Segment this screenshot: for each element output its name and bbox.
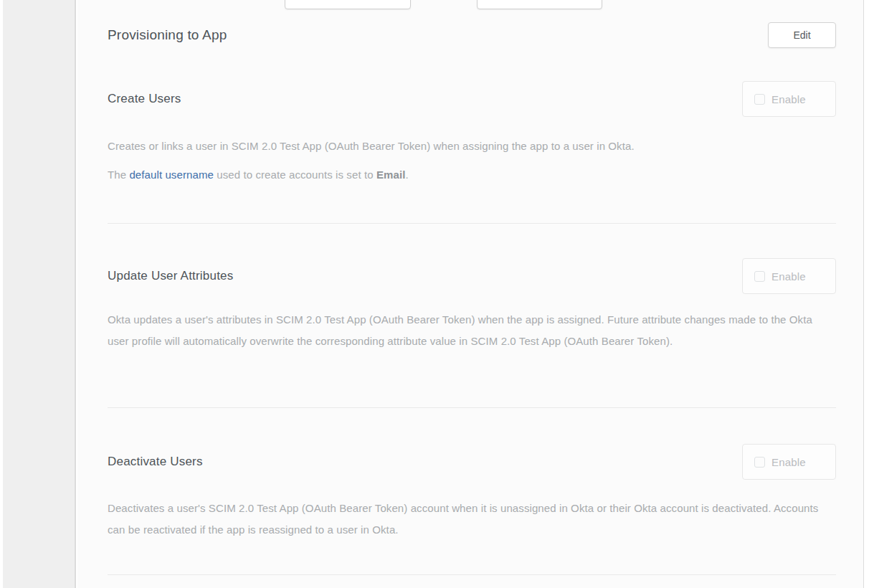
section-divider xyxy=(108,407,836,408)
create-users-description: Creates or links a user in SCIM 2.0 Test… xyxy=(108,136,836,157)
note-prefix: The xyxy=(108,169,129,181)
cropped-input-left[interactable] xyxy=(285,0,411,9)
enable-label: Enable xyxy=(771,270,806,283)
edit-button[interactable]: Edit xyxy=(768,22,836,48)
update-attributes-description: Okta updates a user's attributes in SCIM… xyxy=(108,309,836,352)
provisioning-header: Provisioning to App Edit xyxy=(108,22,836,49)
note-middle: used to create accounts is set to xyxy=(214,169,376,181)
enable-update-attributes-button[interactable]: Enable xyxy=(742,258,836,294)
enable-label: Enable xyxy=(771,93,806,105)
note-suffix: . xyxy=(405,169,408,181)
deactivate-users-description: Deactivates a user's SCIM 2.0 Test App (… xyxy=(108,498,836,541)
cropped-input-right[interactable] xyxy=(477,0,602,9)
provisioning-settings-panel: Provisioning to App Edit Create Users En… xyxy=(77,0,864,588)
section-update-user-attributes: Update User Attributes Enable xyxy=(108,258,836,294)
section-title-deactivate-users: Deactivate Users xyxy=(108,455,203,469)
create-users-username-note: The default username used to create acco… xyxy=(108,164,836,186)
section-title-update-user-attributes: Update User Attributes xyxy=(108,269,233,283)
page-title: Provisioning to App xyxy=(108,27,227,43)
note-email-value: Email xyxy=(376,169,406,181)
section-divider xyxy=(108,574,836,575)
enable-deactivate-users-button[interactable]: Enable xyxy=(742,444,836,480)
enable-label: Enable xyxy=(771,456,806,468)
enable-create-users-button[interactable]: Enable xyxy=(742,81,836,117)
section-deactivate-users: Deactivate Users Enable xyxy=(108,444,836,480)
left-nav-sidebar xyxy=(3,0,76,588)
section-divider xyxy=(108,223,836,224)
enable-deactivate-users-checkbox[interactable] xyxy=(754,457,765,468)
section-title-create-users: Create Users xyxy=(108,92,181,106)
section-create-users: Create Users Enable xyxy=(108,81,836,117)
enable-update-attributes-checkbox[interactable] xyxy=(754,271,765,282)
default-username-link[interactable]: default username xyxy=(129,169,214,181)
enable-create-users-checkbox[interactable] xyxy=(754,94,765,105)
